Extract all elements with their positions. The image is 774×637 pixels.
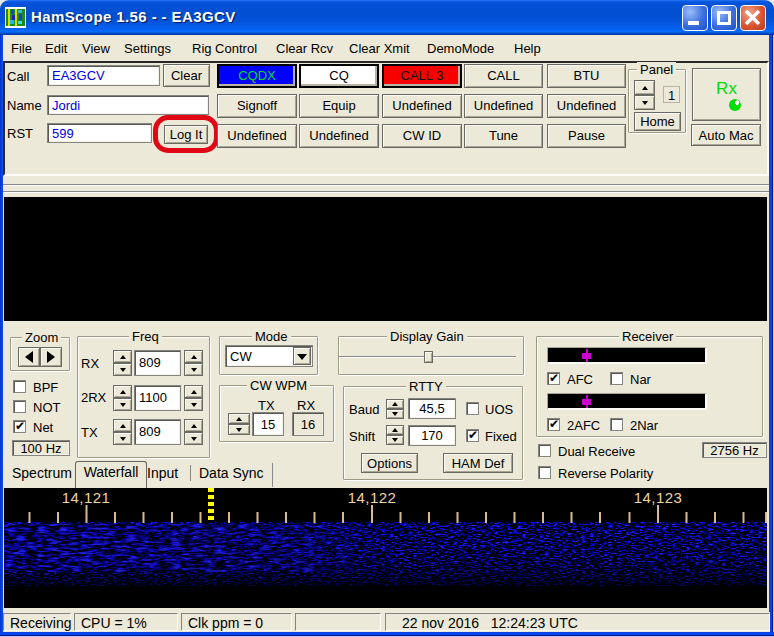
svg-text:14,121: 14,121: [62, 489, 110, 506]
svg-text:14,123: 14,123: [634, 489, 682, 506]
svg-text:14,122: 14,122: [348, 489, 396, 506]
